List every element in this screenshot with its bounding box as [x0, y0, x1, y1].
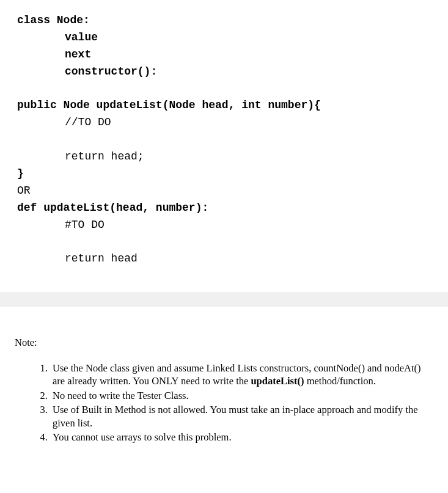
note-block: Note: Use the Node class given and assum…: [0, 307, 448, 459]
note-label: Note:: [15, 336, 431, 349]
note-text: You cannot use arrays to solve this prob…: [53, 431, 232, 443]
code-line: }: [17, 166, 431, 183]
code-line: #TO DO: [17, 217, 431, 234]
note-text: method/function.: [304, 375, 376, 387]
note-bold-text: updateList(): [251, 375, 304, 387]
blank-line: [17, 81, 431, 98]
code-line: public Node updateList(Node head, int nu…: [17, 97, 431, 114]
blank-line: [17, 131, 431, 148]
note-item: No need to write the Tester Class.: [50, 389, 431, 402]
note-item: You cannot use arrays to solve this prob…: [50, 431, 431, 444]
note-item: Use the Node class given and assume Link…: [50, 362, 431, 388]
note-text: Use of Built in Method is not allowed. Y…: [53, 404, 418, 428]
code-block: class Node: value next constructor(): pu…: [0, 0, 448, 292]
code-line: value: [17, 29, 431, 46]
code-line: next: [17, 46, 431, 64]
code-line: def updateList(head, number):: [17, 200, 431, 217]
code-line: class Node:: [17, 12, 431, 29]
code-line: return head: [17, 250, 431, 268]
note-text: No need to write the Tester Class.: [53, 390, 189, 401]
code-line: return head;: [17, 148, 431, 166]
section-divider: [0, 292, 448, 307]
note-list: Use the Node class given and assume Link…: [15, 362, 431, 444]
code-line: //TO DO: [17, 114, 431, 131]
code-line: constructor():: [17, 64, 431, 81]
blank-line: [17, 234, 431, 251]
code-line: OR: [17, 183, 431, 200]
note-item: Use of Built in Method is not allowed. Y…: [50, 403, 431, 429]
